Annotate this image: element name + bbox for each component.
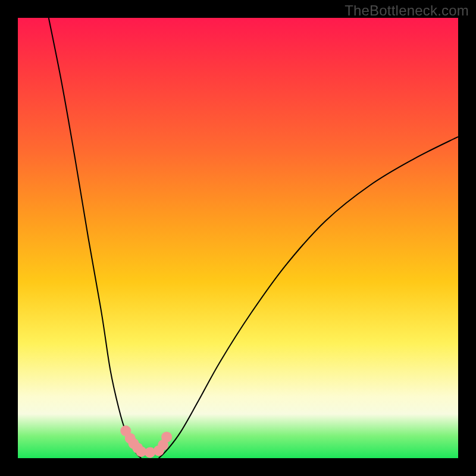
left-curve-path: [49, 18, 141, 458]
chart-frame: TheBottleneck.com: [0, 0, 476, 476]
right-curve-path: [159, 137, 458, 458]
scatter-dot: [145, 447, 155, 458]
curves-svg: [18, 18, 458, 458]
watermark-text: TheBottleneck.com: [345, 2, 469, 19]
scatter-dot: [161, 431, 172, 442]
plot-area: [18, 18, 458, 458]
